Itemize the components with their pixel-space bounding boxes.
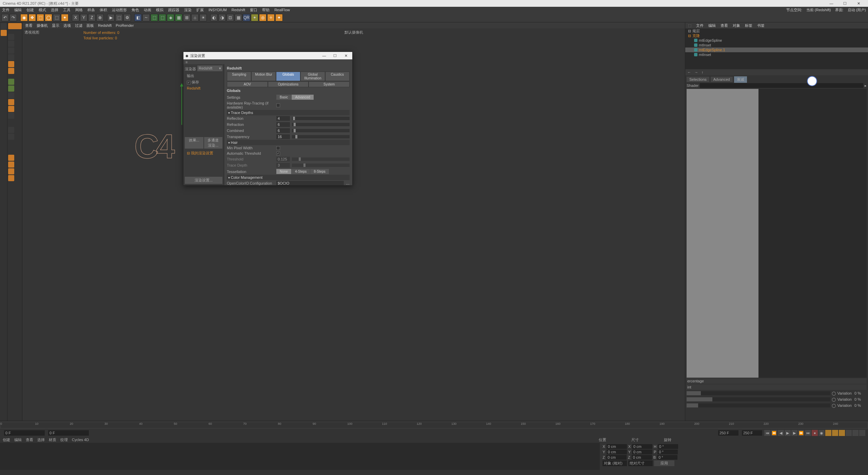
shader-field[interactable]: [700, 83, 863, 88]
coord-icon[interactable]: ⊕: [96, 14, 104, 21]
prev-frame-icon[interactable]: ◀: [778, 430, 784, 436]
snap3-icon[interactable]: [8, 92, 14, 98]
end-frame[interactable]: 250 F: [718, 430, 738, 436]
lastused-icon[interactable]: ⬚: [53, 14, 60, 21]
b-rot[interactable]: 0 °: [657, 455, 677, 460]
grid2-icon[interactable]: [8, 134, 14, 140]
tab-aov[interactable]: AOV: [227, 81, 268, 87]
cube-icon[interactable]: ◧: [134, 14, 142, 21]
key4-icon[interactable]: [846, 430, 852, 436]
z-pos[interactable]: 0 cm: [606, 455, 627, 460]
variation-slider[interactable]: [687, 403, 830, 407]
rendersettings-icon[interactable]: ⚙: [123, 14, 131, 21]
menu-item[interactable]: INSYDIUM: [209, 8, 227, 12]
key2-icon[interactable]: [832, 430, 838, 436]
trace-depths-header[interactable]: ▾ Trace Depths: [227, 110, 350, 115]
autokey-icon[interactable]: ◉: [818, 430, 825, 436]
x-size[interactable]: 0 cm: [632, 444, 652, 449]
goto-start-icon[interactable]: ⏮: [764, 430, 770, 436]
mode2-icon[interactable]: [8, 41, 14, 47]
zaxis-icon[interactable]: Z: [88, 14, 96, 21]
minimize-btn[interactable]: —: [825, 1, 838, 5]
refraction-slider[interactable]: [292, 123, 350, 126]
p-rot[interactable]: 0 °: [657, 450, 678, 454]
minpixel-checkbox[interactable]: [276, 146, 280, 150]
menu-item[interactable]: 样条: [87, 7, 95, 13]
sel2-icon[interactable]: [8, 162, 14, 168]
attr-tab[interactable]: 衰减: [734, 76, 747, 83]
render-icon[interactable]: ▶: [107, 14, 115, 21]
xaxis-icon[interactable]: X: [72, 14, 79, 21]
menu-item[interactable]: 工具: [63, 7, 71, 13]
vp-menu[interactable]: 面板: [86, 23, 94, 28]
hwrt-checkbox[interactable]: [276, 103, 280, 107]
transparency-slider[interactable]: [292, 135, 350, 138]
y-size[interactable]: 0 cm: [632, 450, 652, 454]
tess-4[interactable]: 4-Steps: [292, 169, 310, 174]
move-icon[interactable]: ✥: [28, 14, 36, 21]
mat-menu[interactable]: 材质: [49, 437, 56, 442]
menu-item[interactable]: 创建: [26, 7, 34, 13]
mat-menu[interactable]: 创建: [3, 437, 10, 442]
redo-icon[interactable]: ↷: [9, 14, 17, 21]
rs-icon[interactable]: ◐: [210, 14, 218, 21]
yaxis-icon[interactable]: Y: [80, 14, 87, 21]
grid1-icon[interactable]: [8, 127, 14, 133]
reflection-slider[interactable]: [292, 117, 350, 120]
om-menu[interactable]: 对象: [733, 23, 740, 28]
key3-icon[interactable]: [839, 430, 845, 436]
my-settings[interactable]: ⊟ 我的渲染设置: [185, 150, 222, 156]
mode5-icon[interactable]: [8, 61, 14, 67]
menu-item[interactable]: Redshift: [232, 8, 245, 12]
tess-8[interactable]: 8-Steps: [310, 169, 329, 174]
object-row[interactable]: mtEdgeSpline: [685, 38, 868, 43]
variation-value[interactable]: 0 %: [853, 403, 867, 408]
tab-sampling[interactable]: Sampling: [227, 72, 251, 81]
play-icon[interactable]: ▶: [785, 430, 791, 436]
variation-slider[interactable]: [687, 391, 830, 395]
dialog-maximize-icon[interactable]: ☐: [331, 54, 339, 58]
mat-menu[interactable]: 选择: [37, 437, 45, 442]
menu-item[interactable]: 跟踪器: [168, 7, 179, 13]
colormgmt-header[interactable]: ▾ Color Management: [227, 175, 350, 180]
fx2-icon[interactable]: ◎: [259, 14, 267, 21]
mode3-icon[interactable]: [8, 48, 14, 54]
vp-menu[interactable]: 显示: [52, 23, 59, 28]
menu-item[interactable]: 渲染: [184, 7, 192, 13]
layout-value[interactable]: 启动 (用户): [848, 7, 866, 13]
ocio-browse[interactable]: …: [346, 181, 350, 185]
prev-key-icon[interactable]: ⏪: [771, 430, 777, 436]
basic-button[interactable]: Basic: [276, 95, 291, 100]
om-menu[interactable]: 标签: [745, 23, 752, 28]
qr-icon[interactable]: QR: [243, 14, 250, 21]
transparency-value[interactable]: 16: [276, 134, 290, 139]
om-menu[interactable]: 书签: [757, 23, 765, 28]
object-row[interactable]: mtInset: [685, 52, 868, 57]
next-key-icon[interactable]: ⏩: [798, 430, 804, 436]
fx1-icon[interactable]: ✦: [251, 14, 258, 21]
tab-globals[interactable]: Globals: [276, 72, 300, 81]
key5-icon[interactable]: [852, 430, 859, 436]
refraction-value[interactable]: 6: [276, 122, 290, 127]
combined-value[interactable]: 6: [276, 128, 290, 133]
dialog-close-icon[interactable]: ✕: [341, 54, 350, 58]
snap5-icon[interactable]: [8, 106, 14, 112]
light-icon[interactable]: ☀: [199, 14, 207, 21]
menu-item[interactable]: 帮助: [262, 7, 270, 13]
advanced-button[interactable]: Advanced: [292, 95, 313, 100]
dialog-titlebar[interactable]: ◆ 渲染设置 — ☐ ✕: [183, 52, 352, 59]
object-row[interactable]: mtEdgeSpline.1: [685, 48, 868, 52]
menu-item[interactable]: 角色: [132, 7, 139, 13]
nav-back-icon[interactable]: ←: [687, 70, 691, 74]
environment-icon[interactable]: ⊞: [183, 14, 191, 21]
snap4-icon[interactable]: [8, 99, 14, 105]
menu-item[interactable]: 运动图形: [112, 7, 127, 13]
variation-value[interactable]: 0 %: [853, 391, 867, 396]
menu-item[interactable]: 模拟: [156, 7, 163, 13]
mat-menu[interactable]: 纹理: [60, 437, 68, 442]
menu-item[interactable]: 模式: [39, 7, 46, 13]
vp-menu[interactable]: 查看: [25, 23, 33, 28]
snap1-icon[interactable]: [8, 79, 14, 85]
start-frame[interactable]: 0 F: [4, 430, 45, 436]
dialog-minimize-icon[interactable]: —: [320, 54, 329, 58]
